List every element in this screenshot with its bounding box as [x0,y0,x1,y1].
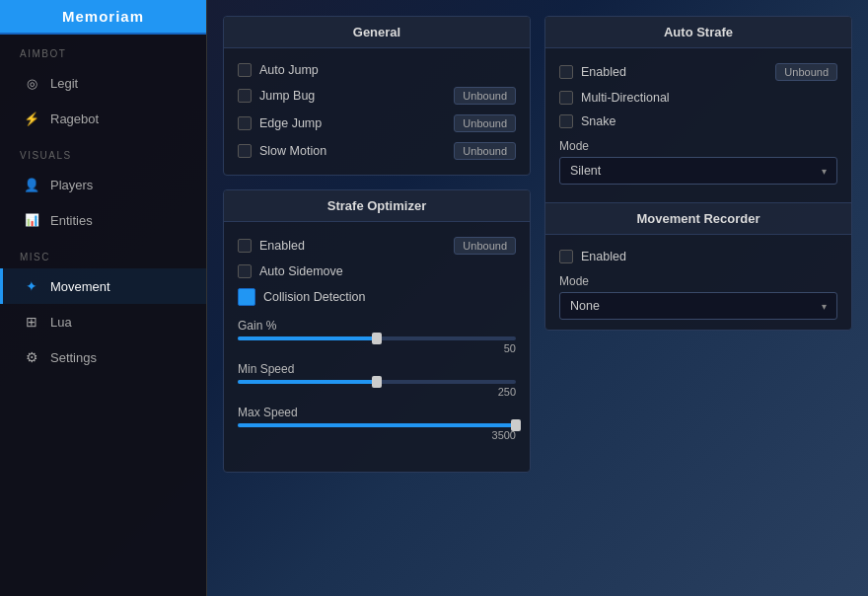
slow-motion-badge[interactable]: Unbound [454,142,516,160]
sidebar-item-settings[interactable]: Settings [0,339,206,375]
section-misc: MISC [0,238,206,268]
max-speed-slider-thumb[interactable] [511,419,521,431]
max-speed-label: Max Speed [238,406,516,419]
main-content: General Auto Jump Jump Bug Unbound Edge … [207,0,868,596]
sidebar-item-ragebot[interactable]: Ragebot [0,101,206,136]
movement-recorder-title: Movement Recorder [545,203,851,235]
strafe-opt-enabled-checkbox[interactable] [238,239,252,253]
auto-jump-checkbox[interactable] [238,63,252,77]
movement-recorder-enabled-label: Enabled [581,250,837,263]
auto-strafe-enabled-badge[interactable]: Unbound [775,63,837,81]
general-panel: General Auto Jump Jump Bug Unbound Edge … [223,16,531,176]
lua-icon [23,313,40,331]
max-speed-slider-fill [238,423,516,427]
sidebar-item-label: Ragebot [50,112,99,126]
gain-slider-section: Gain % 50 [238,319,516,354]
sidebar-item-lua[interactable]: Lua [0,304,206,339]
gain-slider-fill [238,336,377,340]
jump-bug-badge[interactable]: Unbound [454,87,516,105]
auto-strafe-enabled-row: Enabled Unbound [559,58,837,86]
jump-bug-row: Jump Bug Unbound [238,82,516,110]
strafe-optimizer-body: Enabled Unbound Auto Sidemove Collision … [224,222,530,459]
auto-strafe-title: Auto Strafe [545,17,851,48]
sidebar-item-label: Legit [50,76,78,91]
sidebar-item-movement[interactable]: Movement [0,268,206,304]
max-speed-slider-section: Max Speed 3500 [238,406,516,441]
chevron-down-icon-2: ▾ [822,301,827,312]
movement-recorder-enabled-row: Enabled [559,245,837,268]
jump-bug-label: Jump Bug [259,89,446,103]
jump-bug-checkbox[interactable] [238,89,252,103]
slow-motion-checkbox[interactable] [238,144,252,158]
edge-jump-checkbox[interactable] [238,116,252,130]
min-speed-slider-track[interactable] [238,380,516,384]
slow-motion-label: Slow Motion [259,144,446,158]
min-speed-slider-fill [238,380,377,384]
move-icon [23,277,40,295]
person-icon [23,176,40,193]
edge-jump-label: Edge Jump [259,116,446,130]
strafe-optimizer-panel: Strafe Optimizer Enabled Unbound Auto Si… [223,189,531,473]
auto-strafe-mode-select[interactable]: Silent ▾ [559,157,837,185]
bar-icon [23,211,40,229]
sidebar-item-legit[interactable]: Legit [0,65,206,101]
snake-label: Snake [581,114,837,128]
auto-strafe-panel: Auto Strafe Enabled Unbound Multi-Direct… [544,16,852,331]
gain-slider-thumb[interactable] [372,333,382,344]
strafe-opt-enabled-row: Enabled Unbound [238,232,516,260]
app-logo: Memoriam [0,0,206,35]
multi-directional-row: Multi-Directional [559,86,837,110]
chevron-down-icon: ▾ [822,166,827,177]
general-panel-body: Auto Jump Jump Bug Unbound Edge Jump Unb… [224,48,530,175]
min-speed-slider-section: Min Speed 250 [238,362,516,398]
movement-recorder-enabled-checkbox[interactable] [559,250,573,263]
sidebar-item-label: Lua [50,315,72,330]
sidebar-item-label: Entities [50,213,93,228]
snake-checkbox[interactable] [559,114,573,128]
collision-detection-row: Collision Detection [238,283,516,311]
gain-label: Gain % [238,319,516,333]
movement-recorder-mode-select[interactable]: None ▾ [559,292,837,320]
gear-icon [23,348,40,366]
auto-strafe-enabled-checkbox[interactable] [559,65,573,79]
auto-sidemove-label: Auto Sidemove [259,264,516,278]
auto-strafe-mode-value: Silent [570,164,601,178]
max-speed-slider-value: 3500 [238,429,516,441]
general-panel-title: General [224,17,530,48]
collision-detection-toggle[interactable] [238,288,255,306]
movement-recorder-body: Enabled Mode None ▾ [545,235,851,330]
multi-directional-label: Multi-Directional [581,91,837,105]
auto-strafe-body: Enabled Unbound Multi-Directional Snake … [545,48,851,194]
auto-strafe-enabled-label: Enabled [581,65,767,79]
movement-recorder-mode-value: None [570,299,600,313]
collision-detection-label: Collision Detection [263,290,516,304]
auto-jump-row: Auto Jump [238,58,516,82]
min-speed-label: Min Speed [238,362,516,376]
strafe-opt-enabled-badge[interactable]: Unbound [454,237,516,255]
auto-jump-label: Auto Jump [259,63,516,77]
edge-jump-badge[interactable]: Unbound [454,114,516,132]
strafe-opt-enabled-label: Enabled [259,239,446,253]
section-visuals: VISUALS [0,136,206,167]
edge-jump-row: Edge Jump Unbound [238,110,516,137]
sidebar-item-entities[interactable]: Entities [0,202,206,238]
auto-strafe-mode-label: Mode [559,139,837,153]
aim-icon [23,74,40,92]
section-aimbot: AIMBOT [0,35,206,65]
auto-sidemove-checkbox[interactable] [238,264,252,278]
sidebar-item-label: Movement [50,279,110,294]
sidebar: Memoriam AIMBOT Legit Ragebot VISUALS Pl… [0,0,207,596]
strafe-optimizer-title: Strafe Optimizer [224,190,530,222]
sidebar-item-label: Settings [50,350,97,365]
max-speed-slider-track[interactable] [238,423,516,427]
sidebar-item-players[interactable]: Players [0,167,206,202]
movement-recorder-mode-row: Mode None ▾ [559,274,837,320]
snake-row: Snake [559,110,837,133]
auto-strafe-mode-row: Mode Silent ▾ [559,139,837,185]
min-speed-slider-thumb[interactable] [372,376,382,388]
gain-slider-track[interactable] [238,336,516,340]
multi-directional-checkbox[interactable] [559,91,573,105]
movement-recorder-mode-label: Mode [559,274,837,288]
rage-icon [23,110,40,127]
slow-motion-row: Slow Motion Unbound [238,137,516,165]
